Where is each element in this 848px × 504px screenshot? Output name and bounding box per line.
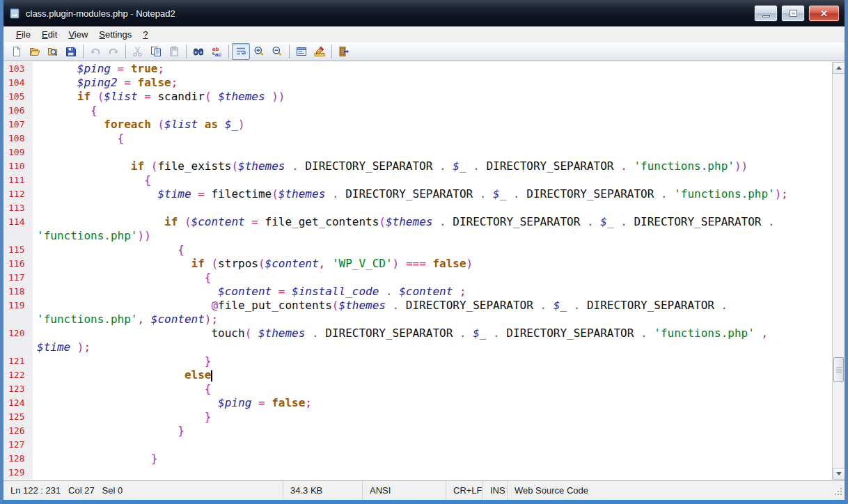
line-number: 103 <box>3 62 33 76</box>
line-number: 106 <box>3 104 33 118</box>
code-text: $time ); <box>33 340 91 354</box>
menu-item-file[interactable]: File <box>10 27 36 42</box>
code-line[interactable]: 105 if ($list = scandir( $themes )) <box>3 90 832 104</box>
code-line[interactable]: 103 $ping = true; <box>3 62 832 76</box>
code-line[interactable]: 108 { <box>3 132 832 145</box>
menu-item-edit[interactable]: Edit <box>36 27 63 42</box>
copy-button[interactable] <box>147 43 165 60</box>
status-size[interactable]: 34.3 KB <box>283 481 363 500</box>
code-line[interactable]: 114 if ($content = file_get_contents($th… <box>3 215 832 229</box>
menu-item-view[interactable]: View <box>63 27 93 42</box>
close-button[interactable]: ✕ <box>808 5 840 22</box>
code-line[interactable]: 109 <box>3 145 832 159</box>
code-line[interactable]: 126 } <box>3 424 832 438</box>
zoom-in-button[interactable] <box>250 43 268 60</box>
code-line[interactable]: 118 $content = $install_code . $content … <box>3 285 832 299</box>
browse-files-button[interactable] <box>44 43 62 60</box>
line-number: 125 <box>3 410 33 424</box>
restore-button[interactable] <box>781 5 805 22</box>
code-line[interactable]: 104 $ping2 = false; <box>3 76 832 90</box>
new-file-button[interactable] <box>8 43 26 60</box>
paste-icon <box>168 46 180 57</box>
replace-button[interactable]: abac <box>207 43 226 60</box>
code-line[interactable]: 125 } <box>3 410 832 424</box>
code-text <box>33 466 37 480</box>
code-text: $ping = false; <box>33 396 312 410</box>
line-number: 114 <box>3 215 33 229</box>
line-number: 113 <box>3 201 33 215</box>
code-line[interactable]: 117 { <box>3 271 832 285</box>
title-bar[interactable]: class.plugin-modules.php - Notepad2 ✕ <box>0 0 848 26</box>
code-text <box>33 201 37 215</box>
code-text <box>33 145 37 159</box>
status-eol[interactable]: CR+LF <box>446 481 483 500</box>
window-title: class.plugin-modules.php - Notepad2 <box>26 8 175 19</box>
code-line[interactable]: 110 if (file_exists($themes . DIRECTORY_… <box>3 159 832 173</box>
line-number: 119 <box>3 299 33 313</box>
line-number: 124 <box>3 396 33 410</box>
vertical-scrollbar[interactable] <box>832 62 845 480</box>
minimize-button[interactable] <box>754 5 778 22</box>
minimize-icon <box>762 15 770 17</box>
code-area[interactable]: 103 $ping = true;104 $ping2 = false;105 … <box>3 62 832 480</box>
code-text: 'functions.php')) <box>33 229 151 243</box>
word-wrap-icon <box>235 46 246 57</box>
menu-item-help[interactable]: ? <box>137 27 153 42</box>
code-line[interactable]: 111 { <box>3 173 832 187</box>
code-line[interactable]: 128 } <box>3 452 832 466</box>
arrow-down-icon <box>836 472 842 475</box>
cut-icon <box>132 46 143 57</box>
code-line[interactable]: 116 if (strpos($content, 'WP_V_CD') === … <box>3 257 832 271</box>
code-line[interactable]: 129 <box>3 466 832 480</box>
exit-button[interactable] <box>335 43 353 60</box>
code-line[interactable]: 122 else <box>3 368 832 382</box>
status-size-text: 34.3 KB <box>290 485 322 496</box>
status-scheme[interactable]: Web Source Code <box>508 481 845 500</box>
code-line[interactable]: 106 { <box>3 104 832 118</box>
close-icon: ✕ <box>820 8 828 19</box>
code-text: { <box>33 132 124 145</box>
code-line[interactable]: 'functions.php', $content); <box>3 313 832 326</box>
zoom-out-button[interactable] <box>268 43 286 60</box>
toolbar-separator <box>289 45 290 58</box>
code-line[interactable]: 120 touch( $themes . DIRECTORY_SEPARATOR… <box>3 326 832 340</box>
menu-item-settings[interactable]: Settings <box>93 27 137 42</box>
word-wrap-button[interactable] <box>232 43 250 60</box>
code-line[interactable]: $time ); <box>3 340 832 354</box>
zoom-out-icon <box>272 46 283 57</box>
view-schemes-icon <box>296 46 307 57</box>
resize-grip[interactable] <box>834 487 843 498</box>
cut-button[interactable] <box>129 43 147 60</box>
view-schemes-button[interactable] <box>292 43 311 60</box>
redo-button[interactable] <box>104 43 123 60</box>
code-text: $content = $install_code . $content ; <box>33 285 466 299</box>
code-line[interactable]: 121 } <box>3 354 832 368</box>
text-caret <box>211 370 212 381</box>
status-ins[interactable]: INS <box>483 481 508 500</box>
customize-schemes-button[interactable] <box>311 43 329 60</box>
code-line[interactable]: 'functions.php')) <box>3 229 832 243</box>
code-line[interactable]: 113 <box>3 201 832 215</box>
code-line[interactable]: 115 { <box>3 243 832 257</box>
status-cursor[interactable]: Ln 122 : 231 Col 27 Sel 0 <box>3 481 283 500</box>
toolbar: abac <box>3 42 845 61</box>
status-enc[interactable]: ANSI <box>363 481 446 500</box>
code-line[interactable]: 127 <box>3 438 832 452</box>
find-button[interactable] <box>189 43 207 60</box>
paste-button[interactable] <box>165 43 183 60</box>
code-line[interactable]: 119 @file_put_contents($themes . DIRECTO… <box>3 299 832 313</box>
open-file-button[interactable] <box>26 43 44 60</box>
code-text: 'functions.php', $content); <box>33 313 218 326</box>
toolbar-separator <box>125 45 126 58</box>
code-line[interactable]: 112 $time = filectime($themes . DIRECTOR… <box>3 187 832 201</box>
code-line[interactable]: 107 foreach ($list as $_) <box>3 118 832 132</box>
code-line[interactable]: 124 $ping = false; <box>3 396 832 410</box>
undo-button[interactable] <box>86 43 104 60</box>
scroll-down-button[interactable] <box>833 468 845 480</box>
status-ins-text: INS <box>490 485 505 496</box>
line-number <box>3 313 33 326</box>
scrollbar-thumb[interactable] <box>833 357 844 382</box>
code-line[interactable]: 123 { <box>3 382 832 396</box>
save-button[interactable] <box>62 43 80 60</box>
scroll-up-button[interactable] <box>833 62 845 74</box>
